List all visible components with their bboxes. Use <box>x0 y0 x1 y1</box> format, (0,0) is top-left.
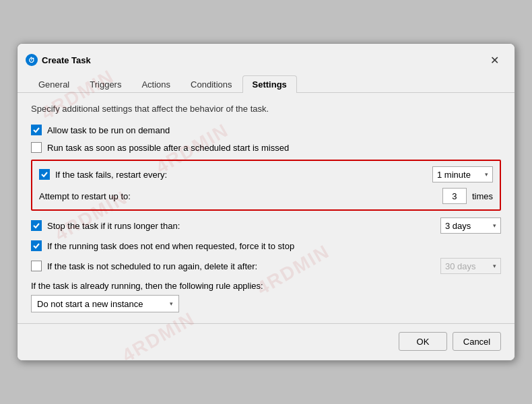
delete-checkbox[interactable] <box>31 261 42 271</box>
attempt-input[interactable] <box>442 188 467 204</box>
allow-demand-checkbox[interactable] <box>31 125 42 135</box>
cancel-button[interactable]: Cancel <box>453 332 501 351</box>
checkmark-icon <box>33 222 40 229</box>
rule-dropdown-value: Do not start a new instance <box>37 299 143 309</box>
restart-group: If the task fails, restart every: 1 minu… <box>31 160 501 211</box>
restart-interval-value: 1 minute <box>437 170 471 180</box>
title-bar-left: ⏱ Create Task <box>26 54 91 66</box>
checkmark-icon <box>33 242 40 249</box>
allow-demand-label: Allow task to be run on demand <box>47 125 501 135</box>
force-stop-row: If the running task does not end when re… <box>31 240 501 251</box>
force-stop-checkbox[interactable] <box>31 240 42 251</box>
create-task-dialog: 4RDMIN 4RDMIN 4RDMIN 4RDMIN 4RDMIN 4RDMI… <box>17 43 515 361</box>
tab-general[interactable]: General <box>28 75 79 93</box>
delete-dropdown[interactable]: 30 days ▾ <box>440 258 501 274</box>
dialog-title: Create Task <box>42 55 91 65</box>
stop-longer-label: Stop the task if it runs longer than: <box>47 221 435 231</box>
settings-description: Specify additional settings that affect … <box>31 104 501 114</box>
attempt-unit: times <box>472 191 493 201</box>
delete-row: If the task is not scheduled to run agai… <box>31 258 501 274</box>
checkmark-icon <box>41 171 48 178</box>
dropdown-arrow-icon: ▾ <box>493 222 496 229</box>
restart-label: If the task fails, restart every: <box>55 170 427 180</box>
ok-button[interactable]: OK <box>399 332 447 351</box>
checkmark-icon <box>33 127 40 133</box>
delete-dropdown-value: 30 days <box>445 261 476 271</box>
settings-content: Specify additional settings that affect … <box>18 93 514 323</box>
stop-longer-row: Stop the task if it runs longer than: 3 … <box>31 217 501 234</box>
attempt-label: Attempt to restart up to: <box>39 191 437 201</box>
rule-label: If the task is already running, then the… <box>31 281 501 291</box>
attempt-row: Attempt to restart up to: times <box>39 188 493 204</box>
restart-row: If the task fails, restart every: 1 minu… <box>39 166 493 182</box>
run-missed-checkbox[interactable] <box>31 142 42 153</box>
dropdown-arrow-icon: ▾ <box>493 263 496 269</box>
restart-checkbox[interactable] <box>39 169 50 180</box>
app-icon: ⏱ <box>26 54 38 66</box>
dropdown-arrow-icon: ▾ <box>485 171 488 178</box>
force-stop-label: If the running task does not end when re… <box>47 241 501 251</box>
dialog-footer: OK Cancel <box>18 323 514 360</box>
stop-longer-value: 3 days <box>445 221 471 231</box>
dropdown-arrow-icon: ▾ <box>170 300 173 307</box>
tab-actions[interactable]: Actions <box>131 75 180 93</box>
restart-interval-dropdown[interactable]: 1 minute ▾ <box>432 166 493 182</box>
stop-longer-checkbox[interactable] <box>31 220 42 231</box>
close-button[interactable]: ✕ <box>485 50 504 69</box>
title-bar: ⏱ Create Task ✕ <box>18 44 514 69</box>
tab-triggers[interactable]: Triggers <box>79 75 131 93</box>
rule-dropdown[interactable]: Do not start a new instance ▾ <box>31 295 179 312</box>
allow-demand-row: Allow task to be run on demand <box>31 125 501 135</box>
stop-longer-dropdown[interactable]: 3 days ▾ <box>440 217 501 234</box>
run-missed-row: Run task as soon as possible after a sch… <box>31 142 501 153</box>
tab-conditions[interactable]: Conditions <box>180 75 242 93</box>
run-missed-label: Run task as soon as possible after a sch… <box>47 143 501 153</box>
tab-bar: General Triggers Actions Conditions Sett… <box>18 69 514 93</box>
delete-label: If the task is not scheduled to run agai… <box>47 261 435 271</box>
tab-settings[interactable]: Settings <box>242 75 297 93</box>
